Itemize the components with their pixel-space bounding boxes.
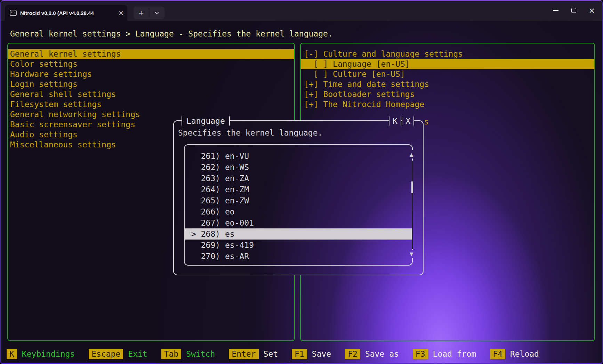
terminal-icon: c:\	[10, 10, 17, 16]
terminal-tab[interactable]: c:\ Nitrocid v0.2.0 (API v4.0.28.44 ×	[5, 5, 127, 21]
key-chip[interactable]: Enter	[229, 349, 258, 359]
tree-item[interactable]: [ ] Language [en-US]	[301, 59, 594, 69]
language-dialog: Language K X Specifies the kernel langua…	[173, 120, 424, 275]
section-item[interactable]: General networking settings	[8, 110, 294, 120]
minimize-button[interactable]	[547, 1, 565, 20]
key-chip[interactable]: Escape	[89, 349, 123, 359]
language-option[interactable]: 262) en-WS	[185, 162, 412, 173]
section-item[interactable]: General shell settings	[8, 89, 294, 99]
key-action-label: Save	[312, 349, 331, 359]
tree-item[interactable]: [-] Culture and language settings	[301, 49, 594, 59]
titlebar: c:\ Nitrocid v0.2.0 (API v4.0.28.44 × + …	[1, 1, 602, 21]
tree-item[interactable]: [+] Bootloader settings	[301, 89, 594, 99]
tab-dropdown-button[interactable]	[149, 7, 164, 19]
language-option[interactable]: 267) eo-001	[185, 217, 412, 228]
obscured-text-fragment: s	[424, 117, 429, 127]
language-option[interactable]: 266) eo	[185, 206, 412, 217]
breadcrumb: General kernel settings > Language - Spe…	[10, 29, 333, 39]
tree-item[interactable]: [ ] Culture [en-US]	[301, 69, 594, 79]
language-option[interactable]: 269) es-419	[185, 240, 412, 251]
dialog-description: Specifies the kernel language.	[178, 128, 322, 138]
language-option[interactable]: 270) es-AR	[185, 251, 412, 262]
language-option[interactable]: 265) en-ZW	[185, 195, 412, 206]
minimize-icon	[553, 10, 558, 11]
maximize-icon	[571, 8, 576, 13]
key-action-label: Keybindings	[22, 349, 75, 359]
key-action-label: Save as	[365, 349, 399, 359]
settings-tree: [-] Culture and language settings [ ] La…	[301, 43, 594, 110]
close-icon: ×	[588, 7, 595, 15]
section-item[interactable]: Filesystem settings	[8, 99, 294, 110]
tab-close-icon[interactable]: ×	[118, 10, 124, 16]
key-chip[interactable]: F2	[345, 349, 360, 359]
key-action-label: Load from	[433, 349, 476, 359]
dialog-title: Language	[182, 116, 230, 126]
scroll-down-icon[interactable]: ▼	[407, 250, 416, 258]
window-controls: ×	[547, 1, 601, 20]
language-option[interactable]: 261) en-VU	[185, 151, 412, 162]
tab-title: Nitrocid v0.2.0 (API v4.0.28.44	[20, 10, 118, 16]
key-chip[interactable]: F1	[292, 349, 307, 359]
section-item[interactable]: Login settings	[8, 79, 294, 89]
language-option[interactable]: 263) en-ZA	[185, 173, 412, 184]
scrollbar-track[interactable]	[412, 161, 413, 249]
key-chip[interactable]: K	[7, 349, 17, 359]
section-item[interactable]: Hardware settings	[8, 69, 294, 79]
key-action-label: Set	[264, 349, 278, 359]
section-item[interactable]: General kernel settings	[8, 49, 294, 59]
key-action-label: Exit	[128, 349, 147, 359]
key-chip[interactable]: Tab	[161, 349, 182, 359]
new-tab-button[interactable]: +	[134, 7, 149, 19]
terminal-window: c:\ Nitrocid v0.2.0 (API v4.0.28.44 × + …	[0, 0, 603, 364]
key-chip[interactable]: F3	[413, 349, 428, 359]
tree-item[interactable]: [+] Time and date settings	[301, 79, 594, 89]
dialog-keybindings-button[interactable]: K	[389, 116, 401, 126]
dialog-close-button[interactable]: X	[402, 116, 414, 126]
terminal-content: General kernel settings > Language - Spe…	[1, 21, 602, 363]
language-option-selected[interactable]: > 268) es	[185, 228, 412, 240]
scrollbar-thumb[interactable]	[411, 181, 413, 193]
key-action-label: Switch	[186, 349, 215, 359]
language-option[interactable]: 264) en-ZM	[185, 184, 412, 195]
chevron-down-icon	[155, 11, 159, 14]
language-list-box: 261) en-VU 262) en-WS 263) en-ZA 264) en…	[184, 144, 413, 266]
language-list: 261) en-VU 262) en-WS 263) en-ZA 264) en…	[185, 145, 412, 262]
tab-actions: +	[134, 7, 164, 19]
key-action-label: Reload	[510, 349, 539, 359]
maximize-button[interactable]	[565, 1, 583, 20]
close-button[interactable]: ×	[583, 1, 601, 20]
status-bar: K Keybindings Escape Exit Tab Switch Ent…	[1, 348, 602, 359]
tree-item[interactable]: [+] The Nitrocid Homepage	[301, 99, 594, 110]
section-item[interactable]: Color settings	[8, 59, 294, 69]
svg-text:c:\: c:\	[11, 11, 15, 13]
scroll-up-icon[interactable]: ▲	[407, 150, 416, 159]
key-chip[interactable]: F4	[490, 349, 505, 359]
